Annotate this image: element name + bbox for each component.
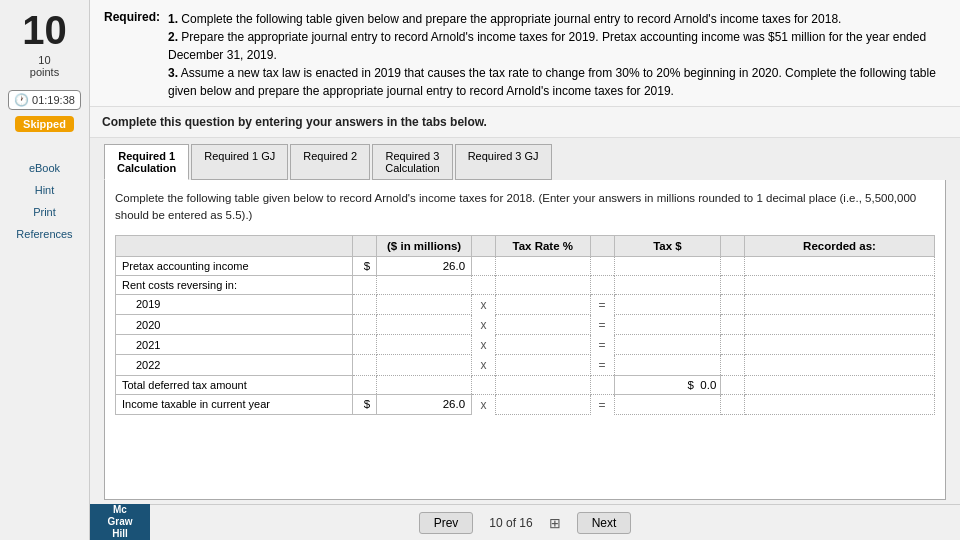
- next-button[interactable]: Next: [577, 512, 632, 534]
- row-label-total: Total deferred tax amount: [116, 375, 353, 394]
- col-header-operator: [472, 235, 496, 256]
- tab-required2[interactable]: Required 2: [290, 144, 370, 180]
- row-label-2020: 2020: [116, 315, 353, 335]
- empty-total-3: [472, 375, 496, 394]
- empty-total-7: [745, 375, 935, 394]
- tax-input-2020[interactable]: [614, 315, 721, 335]
- empty-2021-1: [353, 335, 377, 355]
- col-header-tax: Tax $: [614, 235, 721, 256]
- sidebar-item-print[interactable]: Print: [33, 206, 56, 218]
- recorded-input-2022[interactable]: [745, 355, 935, 376]
- sidebar-nav: eBook Hint Print References: [16, 162, 72, 240]
- tab-required1-calc[interactable]: Required 1Calculation: [104, 144, 189, 180]
- recorded-input-2019[interactable]: [745, 294, 935, 315]
- timer-value: 01:19:38: [32, 94, 75, 106]
- empty-rent-7: [721, 275, 745, 294]
- empty-income-1: [721, 394, 745, 415]
- table-row: Total deferred tax amount $ 0.0: [116, 375, 935, 394]
- empty-2020-2: [721, 315, 745, 335]
- content-description: Complete the following table given below…: [115, 190, 935, 225]
- empty-2019-1: [353, 294, 377, 315]
- symbol-2019: x: [472, 294, 496, 315]
- tax-input-2019[interactable]: [614, 294, 721, 315]
- empty-rent-1: [353, 275, 377, 294]
- eq-2019: =: [590, 294, 614, 315]
- value-input-2022[interactable]: [377, 355, 472, 376]
- tax-input-income[interactable]: [614, 394, 721, 415]
- row-label-2022: 2022: [116, 355, 353, 376]
- empty-total-5: [590, 375, 614, 394]
- table-row: Income taxable in current year $ 26.0 x …: [116, 394, 935, 415]
- sidebar-item-references[interactable]: References: [16, 228, 72, 240]
- tax-input-2021[interactable]: [614, 335, 721, 355]
- sidebar-item-ebook[interactable]: eBook: [29, 162, 60, 174]
- row-label-pretax: Pretax accounting income: [116, 256, 353, 275]
- instruction-box: Complete this question by entering your …: [90, 107, 960, 138]
- recorded-input-2021[interactable]: [745, 335, 935, 355]
- recorded-input-pretax[interactable]: [745, 256, 935, 275]
- table-row: 2021 x =: [116, 335, 935, 355]
- instruction-text: Complete this question by entering your …: [102, 115, 487, 129]
- value-input-2020[interactable]: [377, 315, 472, 335]
- timer-badge: 🕐 01:19:38: [8, 90, 81, 110]
- value-cell-income: 26.0: [377, 394, 472, 415]
- table-row: 2020 x =: [116, 315, 935, 335]
- logo: McGrawHill: [90, 504, 150, 540]
- sidebar-item-hint[interactable]: Hint: [35, 184, 55, 196]
- tax-value-total: $ 0.0: [614, 375, 721, 394]
- dollar-sign-pretax: $: [353, 256, 377, 275]
- skipped-badge: Skipped: [15, 116, 74, 132]
- points-label: 10points: [30, 54, 59, 78]
- recorded-input-income[interactable]: [745, 394, 935, 415]
- rate-input-2022[interactable]: [495, 355, 590, 376]
- data-table: ($ in millions) Tax Rate % Tax $ Recorde…: [115, 235, 935, 416]
- eq-income: =: [590, 394, 614, 415]
- symbol-2022: x: [472, 355, 496, 376]
- eq-2022: =: [590, 355, 614, 376]
- empty-total-6: [721, 375, 745, 394]
- eq-2020: =: [590, 315, 614, 335]
- logo-text: McGrawHill: [107, 504, 132, 540]
- required-label: Required:: [104, 10, 160, 24]
- sidebar: 10 10points 🕐 01:19:38 Skipped eBook Hin…: [0, 0, 90, 540]
- clock-icon: 🕐: [14, 93, 29, 107]
- tax-input-2022[interactable]: [614, 355, 721, 376]
- empty-pretax: [721, 256, 745, 275]
- table-row: Rent costs reversing in:: [116, 275, 935, 294]
- tax-input-pretax[interactable]: [614, 256, 721, 275]
- empty-rent-5: [590, 275, 614, 294]
- recorded-input-2020[interactable]: [745, 315, 935, 335]
- rate-input-pretax[interactable]: [495, 256, 590, 275]
- rate-input-2021[interactable]: [495, 335, 590, 355]
- value-input-2019[interactable]: [377, 294, 472, 315]
- table-row: Pretax accounting income $ 26.0: [116, 256, 935, 275]
- col-header-recorded: Recorded as:: [745, 235, 935, 256]
- eq-pretax: [590, 256, 614, 275]
- col-header-millions: ($ in millions): [377, 235, 472, 256]
- table-row: 2022 x =: [116, 355, 935, 376]
- symbol-income: x: [472, 394, 496, 415]
- symbol-2021: x: [472, 335, 496, 355]
- value-input-2021[interactable]: [377, 335, 472, 355]
- eq-2021: =: [590, 335, 614, 355]
- tab-required3-calc[interactable]: Required 3Calculation: [372, 144, 452, 180]
- tab-required1-gj[interactable]: Required 1 GJ: [191, 144, 288, 180]
- rate-input-income[interactable]: [495, 394, 590, 415]
- tabs-row: Required 1Calculation Required 1 GJ Requ…: [90, 138, 960, 180]
- empty-rent-4: [495, 275, 590, 294]
- empty-2019-2: [721, 294, 745, 315]
- tab-required3-gj[interactable]: Required 3 GJ: [455, 144, 552, 180]
- rate-input-2020[interactable]: [495, 315, 590, 335]
- grid-icon: ⊞: [549, 515, 561, 531]
- prev-button[interactable]: Prev: [419, 512, 474, 534]
- symbol-2020: x: [472, 315, 496, 335]
- empty-2020-1: [353, 315, 377, 335]
- rate-input-2019[interactable]: [495, 294, 590, 315]
- empty-2022-2: [721, 355, 745, 376]
- empty-total-2: [377, 375, 472, 394]
- row-label-rent: Rent costs reversing in:: [116, 275, 353, 294]
- empty-rent-6: [614, 275, 721, 294]
- col-header-label: [116, 235, 353, 256]
- problem-number: 10: [22, 10, 67, 50]
- row-label-2021: 2021: [116, 335, 353, 355]
